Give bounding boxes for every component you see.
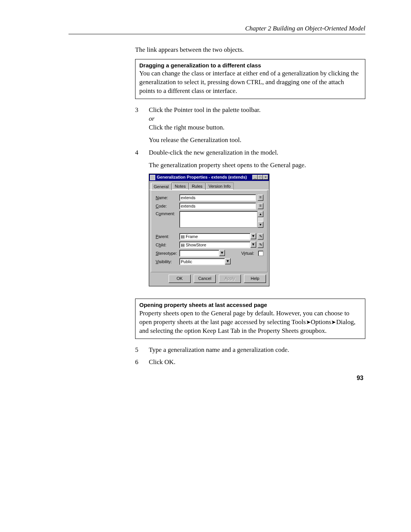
close-button[interactable]: × [263,175,268,180]
dropdown-arrow-icon[interactable]: ▼ [225,258,231,264]
tab-general[interactable]: General [151,183,172,190]
step-text: Click the right mouse button. [149,123,365,132]
scroll-down-icon[interactable]: ▾ [258,222,263,228]
step-number: 4 [135,149,142,295]
window-icon [150,175,155,180]
callout-body: Property sheets open to the General page… [139,309,361,335]
label-visibility: Visibility: [156,259,178,265]
stereotype-dropdown[interactable] [179,250,219,257]
class-icon: ▤ [181,242,185,248]
tab-rules[interactable]: Rules [189,182,206,190]
step-number: 6 [135,358,142,367]
name-field[interactable]: extends [179,194,256,201]
maximize-button[interactable]: □ [258,175,263,180]
class-icon: ▤ [181,234,185,239]
step-or: or [149,115,365,123]
visibility-dropdown[interactable]: Public [179,258,225,265]
step-text: Type a generalization name and a general… [149,346,365,355]
step-follow: You release the Generalization tool. [149,136,365,145]
step-number: 3 [135,106,142,145]
page-number: 93 [357,375,363,382]
header-rule [68,34,365,34]
label-code: Code: [156,203,178,209]
label-parent: Parent: [156,234,178,240]
dropdown-arrow-icon[interactable]: ▼ [250,233,256,239]
callout-title: Opening property sheets at last accessed… [139,301,361,309]
virtual-checkbox[interactable] [258,251,263,256]
callout-box: Dragging a generalization to a different… [135,59,365,99]
step-number: 5 [135,346,142,355]
code-eq-button[interactable]: = [258,203,263,209]
label-virtual: Virtual: [226,251,256,256]
child-properties-button[interactable]: ✎ [258,242,263,248]
step-text: Double-click the new generalization in t… [149,149,365,157]
step-follow: The generalization property sheet opens … [149,161,365,170]
apply-button[interactable]: Apply [219,275,241,283]
child-dropdown[interactable]: ▤ ShowStore [179,241,250,248]
tab-version-info[interactable]: Version Info [206,182,234,190]
callout-body: You can change the class or interface at… [139,69,361,96]
help-button[interactable]: Help [244,275,266,283]
tab-notes[interactable]: Notes [172,182,189,190]
dropdown-arrow-icon[interactable]: ▼ [219,250,225,256]
label-stereotype: Stereotype: [156,251,178,256]
paragraph: The link appears between the two objects… [135,46,365,54]
step-text: Click OK. [149,358,365,367]
step-text: Click the Pointer tool in the palette to… [149,106,365,115]
label-name: Name: [156,195,178,201]
name-eq-button[interactable]: = [258,195,263,201]
page-header: Chapter 2 Building an Object-Oriented Mo… [68,25,365,32]
dialog-titlebar[interactable]: Generalization Properties - extends (ext… [149,174,269,181]
label-comment: Comment: [156,211,178,217]
dropdown-arrow-icon[interactable]: ▼ [250,241,256,248]
parent-dropdown[interactable]: ▤ Frame [179,233,250,240]
dialog-title: Generalization Properties - extends (ext… [157,174,251,180]
cancel-button[interactable]: Cancel [194,275,216,283]
generalization-properties-dialog: Generalization Properties - extends (ext… [149,174,269,287]
ok-button[interactable]: OK [169,275,191,283]
callout-box: Opening property sheets at last accessed… [135,299,365,339]
comment-scrollbar[interactable]: ▴ ▾ [258,211,263,228]
scroll-up-icon[interactable]: ▴ [258,211,263,217]
label-child: Child: [156,242,178,248]
minimize-button[interactable]: _ [252,175,258,180]
callout-title: Dragging a generalization to a different… [139,62,361,69]
parent-properties-button[interactable]: ✎ [258,233,263,240]
code-field[interactable]: extends [179,203,256,209]
comment-field[interactable] [179,211,258,228]
tab-strip: General Notes Rules Version Info [149,181,269,190]
tabpage-general: Name: extends = Code: extends = Comment: [151,190,268,272]
